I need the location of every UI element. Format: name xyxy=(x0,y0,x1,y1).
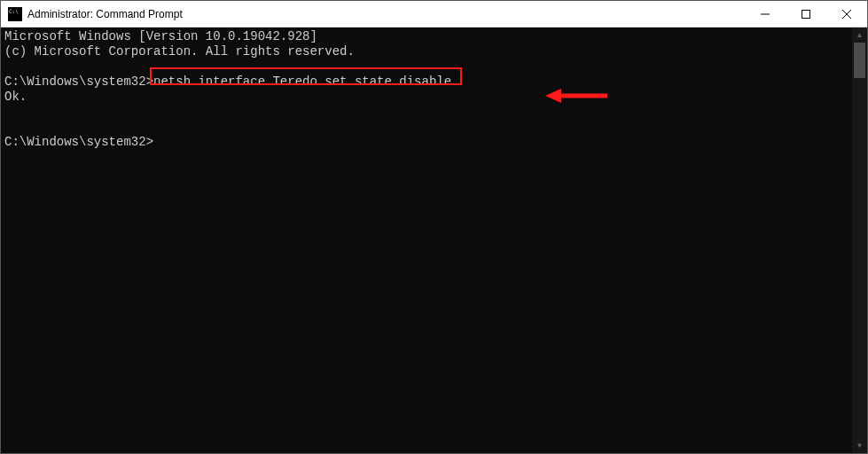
blank-line-3 xyxy=(4,120,848,135)
command-line-1: C:\Windows\system32>netsh interface Tere… xyxy=(4,74,848,90)
prompt-path-1: C:\Windows\system32 xyxy=(4,74,146,89)
close-icon xyxy=(842,10,851,19)
vertical-scrollbar[interactable]: ▲ ▼ xyxy=(852,27,867,453)
blank-line xyxy=(4,59,848,74)
prompt-chevron-1: > xyxy=(146,74,153,89)
titlebar[interactable]: Administrator: Command Prompt xyxy=(1,1,867,27)
command-prompt-window: Administrator: Command Prompt Microsoft … xyxy=(0,0,868,454)
maximize-button[interactable] xyxy=(786,1,826,27)
scrollbar-track[interactable] xyxy=(852,43,867,438)
version-line: Microsoft Windows [Version 10.0.19042.92… xyxy=(4,29,848,44)
svg-rect-1 xyxy=(802,10,810,18)
command-line-2: C:\Windows\system32> xyxy=(4,135,848,150)
command-prompt-icon xyxy=(8,7,22,21)
scrollbar-down-arrow[interactable]: ▼ xyxy=(852,438,867,453)
minimize-button[interactable] xyxy=(745,1,786,27)
prompt-chevron-2: > xyxy=(146,135,153,149)
window-controls xyxy=(745,1,867,27)
maximize-icon xyxy=(802,10,810,19)
console-output[interactable]: Microsoft Windows [Version 10.0.19042.92… xyxy=(1,27,852,453)
scrollbar-thumb[interactable] xyxy=(854,43,865,78)
window-title: Administrator: Command Prompt xyxy=(27,8,745,20)
console-area: Microsoft Windows [Version 10.0.19042.92… xyxy=(1,27,867,453)
prompt-path-2: C:\Windows\system32 xyxy=(4,135,146,149)
minimize-icon xyxy=(761,10,770,19)
blank-line-2 xyxy=(4,105,848,120)
close-button[interactable] xyxy=(826,1,867,27)
copyright-line: (c) Microsoft Corporation. All rights re… xyxy=(4,44,848,59)
scrollbar-up-arrow[interactable]: ▲ xyxy=(852,27,867,43)
response-line-1: Ok. xyxy=(4,90,848,105)
command-text-1: netsh interface Teredo set state disable xyxy=(153,74,451,89)
